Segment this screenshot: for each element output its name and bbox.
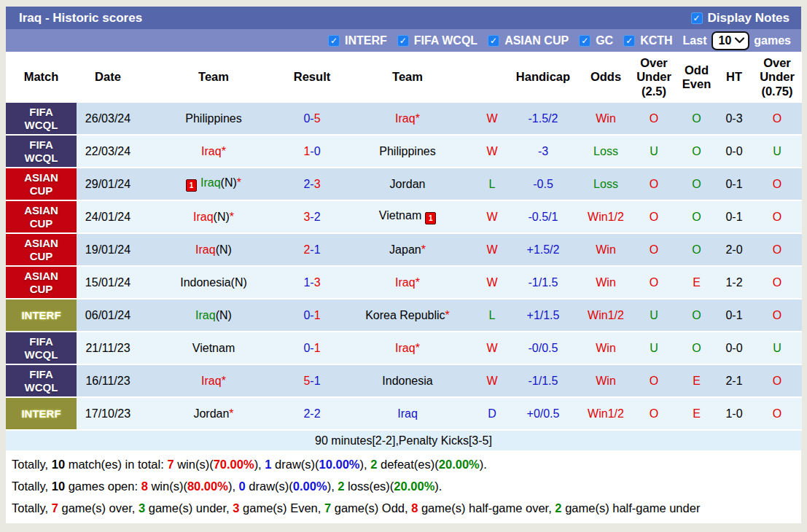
home-team-cell: Iraq* — [139, 135, 288, 168]
ht-cell: 0-0 — [716, 332, 752, 364]
page-title: Iraq - Historic scores — [19, 11, 142, 26]
text-segment: 0.00% — [293, 480, 327, 493]
last-games-control: Last 10 games — [683, 31, 791, 50]
last-label: Last — [683, 34, 707, 47]
text-segment: E — [693, 276, 701, 289]
over-under-075-cell: O — [752, 299, 802, 332]
text-segment: Win — [596, 276, 616, 289]
text-segment: O — [692, 178, 701, 190]
text-segment: 70.00% — [214, 458, 254, 472]
away-team-cell: Jordan — [336, 168, 479, 200]
checkbox-checked-icon[interactable]: ✓ — [328, 35, 340, 47]
result-cell: 1-0 — [288, 135, 336, 168]
odds-cell: Win1/2 — [581, 397, 631, 430]
text-segment: ). — [480, 458, 487, 472]
date-cell: 16/11/23 — [77, 364, 139, 397]
text-segment: -0 — [310, 145, 320, 157]
away-team-cell: Iraq — [336, 397, 479, 430]
text-segment: 1 — [314, 309, 321, 321]
handicap-cell: +1.5/2 — [505, 233, 581, 266]
text-segment: (N) — [216, 309, 232, 321]
text-segment: Japan — [389, 243, 421, 256]
odds-cell: Win — [581, 233, 631, 266]
text-segment: O — [692, 145, 701, 157]
home-team-cell: Iraq(N) — [139, 233, 288, 266]
win-draw-loss-cell: W — [479, 364, 505, 397]
text-segment: 2 — [555, 501, 561, 515]
text-segment: ), — [254, 458, 265, 472]
checkbox-checked-icon[interactable]: ✓ — [691, 12, 703, 24]
filter-checkbox-asian-cup[interactable]: ✓ASIAN CUP — [488, 34, 569, 47]
over-under-075-cell: O — [752, 103, 802, 135]
checkbox-checked-icon[interactable]: ✓ — [579, 35, 590, 47]
text-segment: O — [692, 211, 701, 223]
text-segment: 8 — [141, 480, 148, 493]
text-segment: Totally, — [12, 480, 52, 493]
handicap-cell: +1/1.5 — [505, 299, 581, 332]
text-segment: O — [692, 309, 701, 321]
competition-badge: FIFA WCQL — [6, 332, 77, 364]
home-team-cell: Iraq(N)* — [139, 200, 288, 233]
text-segment: O — [773, 375, 781, 387]
checkbox-checked-icon[interactable]: ✓ — [488, 35, 499, 47]
filter-checkbox-kcth[interactable]: ✓KCTH — [623, 34, 672, 47]
text-segment: ), — [228, 480, 239, 493]
over-under-25-cell: U — [631, 299, 677, 332]
historic-scores-panel: Iraq - Historic scores ✓ Display Notes ✓… — [6, 7, 801, 523]
over-under-25-cell: O — [631, 168, 677, 200]
competition-badge: FIFA WCQL — [6, 103, 77, 134]
away-team-cell: Indonesia — [336, 364, 479, 397]
odds-cell: Win1/2 — [581, 299, 631, 332]
win-draw-loss-cell: W — [479, 135, 505, 168]
match-cell: ASIAN CUP — [6, 200, 77, 233]
text-segment: Korea Republic — [365, 309, 445, 321]
text-segment: 2 — [303, 243, 310, 256]
column-header: Over Under (2.5) — [631, 52, 677, 103]
over-under-25-cell: O — [631, 364, 677, 397]
text-segment: Loss — [593, 145, 618, 157]
text-segment: win(s)( — [148, 480, 187, 493]
table-row: FIFA WCQL21/11/23Vietnam0-1Iraq*W-0/0.5W… — [6, 332, 802, 364]
ht-cell: 1-2 — [716, 266, 752, 299]
text-segment: 2 — [338, 480, 344, 493]
result-cell: 2-3 — [288, 168, 336, 200]
win-draw-loss-cell: W — [479, 233, 505, 266]
last-games-select[interactable]: 10 — [712, 31, 750, 50]
text-segment: * — [421, 243, 426, 256]
result-cell: 0-5 — [288, 103, 336, 135]
odds-cell: Win1/2 — [581, 200, 631, 233]
home-team-cell: Vietnam — [139, 332, 288, 364]
text-segment: Indonesia(N) — [180, 276, 247, 289]
text-segment: * — [237, 176, 241, 189]
over-under-075-cell: U — [752, 332, 802, 364]
competition-badge: INTERF — [6, 398, 77, 429]
text-segment: Iraq — [200, 176, 221, 189]
away-team-cell: Vietnam1 — [336, 200, 479, 233]
home-team-cell: Indonesia(N) — [139, 266, 288, 299]
text-segment: 5 — [303, 375, 310, 387]
text-segment: O — [773, 211, 781, 223]
filter-label: INTERF — [345, 34, 387, 47]
text-segment: O — [773, 178, 781, 190]
checkbox-checked-icon[interactable]: ✓ — [397, 35, 409, 47]
over-under-25-cell: O — [631, 397, 677, 430]
text-segment: Win1/2 — [588, 309, 624, 321]
summary-line-2: Totally, 10 games open: 8 win(s)(80.00%)… — [6, 475, 801, 497]
home-team-cell: Iraq(N) — [139, 299, 288, 332]
odds-cell: Win — [581, 103, 631, 135]
filter-checkbox-interf[interactable]: ✓INTERF — [328, 34, 387, 47]
text-segment: 10 — [52, 458, 65, 472]
text-segment: Philippines — [379, 145, 435, 157]
competition-filters: ✓INTERF✓FIFA WCQL✓ASIAN CUP✓GC✓KCTH — [328, 34, 673, 47]
match-cell: ASIAN CUP — [6, 233, 77, 266]
checkbox-checked-icon[interactable]: ✓ — [623, 35, 635, 47]
match-cell: ASIAN CUP — [6, 168, 77, 200]
column-header: Result — [288, 52, 336, 103]
ht-cell: 2-1 — [716, 364, 752, 397]
filter-checkbox-gc[interactable]: ✓GC — [579, 34, 613, 47]
summary-line-1: Totally, 10 match(es) in total: 7 win(s)… — [6, 453, 801, 475]
display-notes-toggle[interactable]: ✓ Display Notes — [691, 11, 790, 26]
over-under-25-cell: O — [631, 200, 677, 233]
home-team-cell: Jordan* — [139, 397, 288, 430]
filter-checkbox-fifa-wcql[interactable]: ✓FIFA WCQL — [397, 34, 477, 47]
